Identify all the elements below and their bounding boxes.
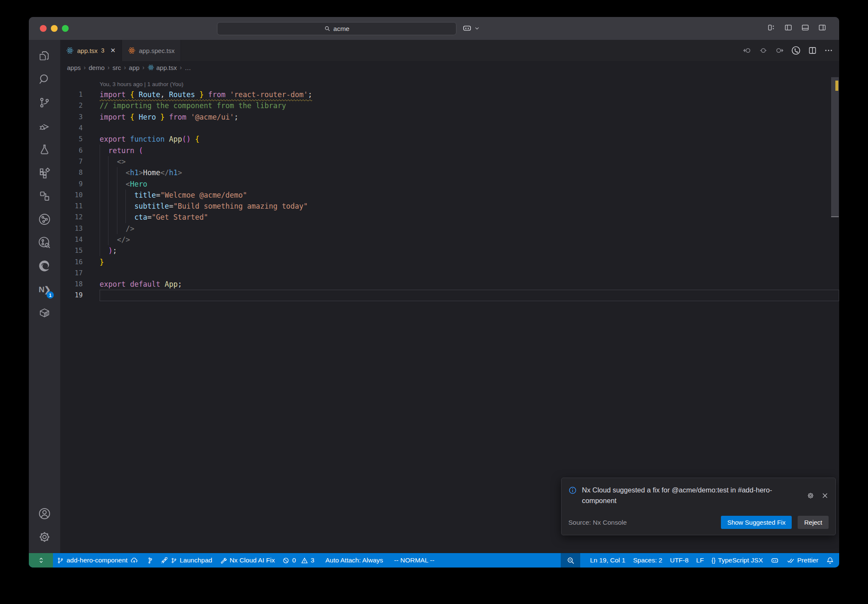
line-number[interactable]: 15 [60,247,100,254]
code-line[interactable]: 2// importing the component from the lib… [60,100,839,111]
nx-cloud-fix-item[interactable]: Nx Cloud AI Fix [216,553,279,568]
line-number[interactable]: 11 [60,202,100,210]
show-suggested-fix-button[interactable]: Show Suggested Fix [721,516,792,529]
formatter-item[interactable]: Prettier [783,553,822,568]
customize-layout-icon[interactable] [767,23,776,32]
line-number[interactable]: 10 [60,191,100,199]
eol-item[interactable]: LF [693,553,708,568]
package-explorer-icon[interactable] [34,302,55,323]
code-line[interactable]: 11subtitle="Build something amazing toda… [60,201,839,212]
minimize-window-button[interactable] [51,25,58,32]
line-number[interactable]: 2 [60,102,100,109]
breadcrumb-item[interactable]: src [112,64,121,71]
code-line[interactable]: 9<Hero [60,178,839,189]
extensions-icon[interactable] [34,162,55,183]
line-number[interactable]: 16 [60,258,100,266]
edge-devtools-icon[interactable] [34,256,55,276]
line-number[interactable]: 17 [60,269,100,277]
code-line[interactable]: 5export function App() { [60,134,839,145]
search-view-icon[interactable] [34,69,55,89]
code-line[interactable]: 19 [60,290,839,301]
notification-settings-gear-icon[interactable] [807,485,815,506]
code-line[interactable]: 12cta="Get Started" [60,212,839,223]
code-line[interactable]: 13/> [60,223,839,234]
code-line[interactable]: 15); [60,245,839,256]
line-number[interactable]: 7 [60,158,100,165]
run-debug-icon[interactable] [34,116,55,136]
code-line[interactable]: 6return ( [60,145,839,156]
nx-console-icon[interactable]: N❯ 1 [34,279,55,299]
nx-workspace-icon[interactable] [34,186,55,206]
next-change-icon[interactable] [775,46,784,55]
code-line[interactable]: 7<> [60,156,839,167]
line-number[interactable]: 9 [60,180,100,188]
breadcrumb-item[interactable]: app [129,64,139,71]
run-file-icon[interactable] [791,45,801,56]
breadcrumb-item[interactable]: apps [67,64,81,71]
settings-gear-icon[interactable] [34,527,55,547]
line-number[interactable]: 6 [60,147,100,154]
command-center-search[interactable]: acme [217,22,456,35]
copilot-status-item[interactable] [767,553,783,568]
auto-attach-item[interactable]: Auto Attach: Always [322,553,387,568]
code-line[interactable]: 1import { Route, Routes } from 'react-ro… [60,89,839,100]
chevron-down-icon[interactable] [474,25,480,31]
code-line[interactable]: 16} [60,256,839,267]
vim-mode-item[interactable]: -- NORMAL -- [390,553,438,568]
accounts-icon[interactable] [34,503,55,524]
fullscreen-window-button[interactable] [62,25,69,32]
reject-button[interactable]: Reject [798,516,829,529]
launchpad-item[interactable]: Launchpad [157,553,216,568]
code-line[interactable]: 4 [60,123,839,134]
line-number[interactable]: 1 [60,91,100,98]
cursor-position-item[interactable]: Ln 19, Col 1 [586,553,629,568]
scrollbar-slider[interactable] [831,77,839,217]
line-number[interactable]: 13 [60,225,100,232]
overview-cursor-mark [831,216,839,217]
encoding-item[interactable]: UTF-8 [666,553,693,568]
line-number[interactable]: 18 [60,280,100,288]
more-actions-icon[interactable] [824,46,833,55]
line-number[interactable]: 19 [60,291,100,299]
code-line[interactable]: 14</> [60,234,839,245]
source-control-graph-item[interactable] [142,553,157,568]
nx-graph-icon[interactable] [34,209,55,229]
prev-change-icon[interactable] [743,46,752,55]
code-line[interactable]: 10title="Welcmoe @acme/demo" [60,190,839,201]
explorer-icon[interactable] [34,46,55,66]
tab-app-tsx[interactable]: app.tsx 3 ✕ [60,40,122,61]
code-line[interactable]: 3import { Hero } from '@acme/ui'; [60,112,839,123]
change-dot-icon[interactable] [759,46,768,55]
split-editor-icon[interactable] [808,46,817,55]
language-mode-item[interactable]: {} TypeScript JSX [708,553,767,568]
toggle-primary-sidebar-icon[interactable] [784,23,793,32]
nx-project-details-icon[interactable] [34,232,55,253]
code-line[interactable]: 17 [60,268,839,279]
copilot-icon[interactable] [462,23,472,33]
git-branch-item[interactable]: add-hero-component [53,553,142,568]
notification-close-icon[interactable] [821,485,829,506]
breadcrumb-item[interactable]: demo [89,64,105,71]
line-number[interactable]: 8 [60,169,100,176]
line-number[interactable]: 4 [60,124,100,132]
line-number[interactable]: 12 [60,213,100,221]
problems-item[interactable]: 0 3 [278,553,318,568]
line-number[interactable]: 3 [60,113,100,121]
tab-close-icon[interactable]: ✕ [110,47,116,54]
breadcrumb-item[interactable]: app.tsx [147,64,177,71]
source-control-icon[interactable] [34,92,55,113]
code-line[interactable]: 18export default App; [60,279,839,290]
toggle-panel-icon[interactable] [801,23,810,32]
notifications-bell-icon[interactable] [822,553,839,568]
line-number[interactable]: 14 [60,236,100,243]
tab-app-spec-tsx[interactable]: app.spec.tsx [122,40,181,61]
close-window-button[interactable] [40,25,47,32]
breadcrumb-item[interactable]: … [185,64,191,71]
remote-indicator[interactable] [29,553,53,568]
indentation-item[interactable]: Spaces: 2 [629,553,666,568]
line-number[interactable]: 5 [60,135,100,143]
toggle-secondary-sidebar-icon[interactable] [818,23,826,32]
testing-icon[interactable] [34,139,55,159]
zoom-indicator-item[interactable] [561,553,580,568]
code-line[interactable]: 8<h1>Home</h1> [60,167,839,178]
